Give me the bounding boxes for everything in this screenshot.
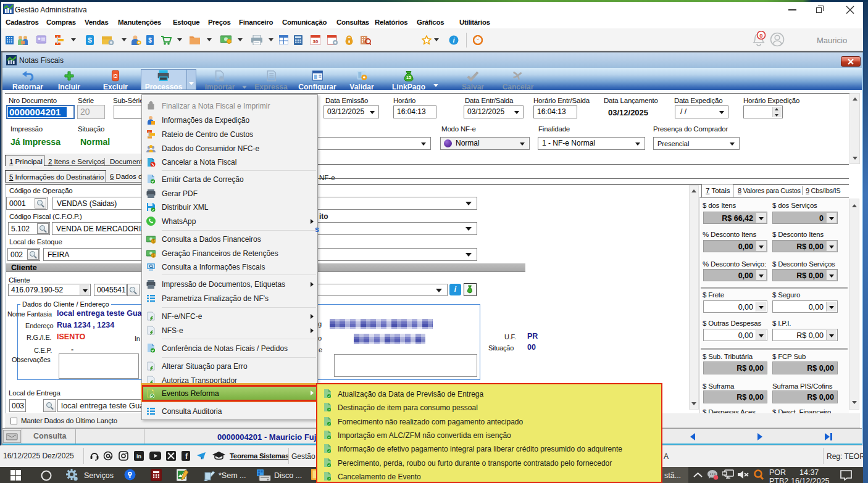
svg-text:15: 15 bbox=[406, 75, 411, 80]
svg-text:$: $ bbox=[152, 239, 155, 243]
svg-text:in: in bbox=[136, 453, 141, 460]
svg-text:$: $ bbox=[148, 37, 152, 44]
svg-text:$: $ bbox=[152, 253, 155, 257]
svg-text:S: S bbox=[88, 37, 92, 44]
svg-text:0: 0 bbox=[759, 32, 762, 39]
svg-text:30: 30 bbox=[313, 39, 319, 44]
